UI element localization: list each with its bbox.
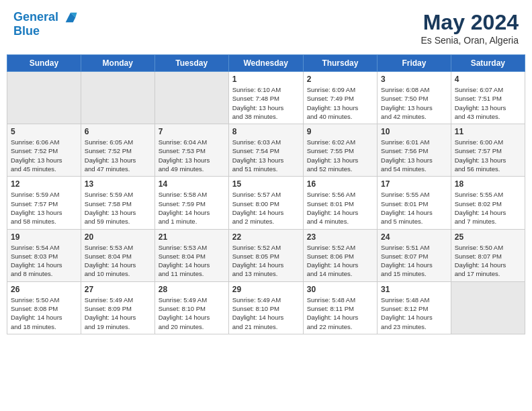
day-info: Sunrise: 5:52 AMSunset: 8:05 PMDaylight:… <box>232 243 300 279</box>
day-number: 29 <box>232 285 300 294</box>
page-header: General Blue May 2024 Es Senia, Oran, Al… <box>7 7 525 49</box>
calendar-header-friday: Friday <box>378 55 451 72</box>
day-info: Sunrise: 5:57 AMSunset: 8:00 PMDaylight:… <box>232 190 300 226</box>
calendar-header-saturday: Saturday <box>451 55 525 72</box>
calendar-cell <box>451 281 525 334</box>
calendar-table: SundayMondayTuesdayWednesdayThursdayFrid… <box>7 54 525 334</box>
calendar-cell <box>154 72 228 124</box>
day-info: Sunrise: 6:02 AMSunset: 7:55 PMDaylight:… <box>307 138 373 173</box>
calendar-header-thursday: Thursday <box>303 55 377 72</box>
calendar-cell: 31Sunrise: 5:48 AMSunset: 8:12 PMDayligh… <box>378 281 451 334</box>
title-area: May 2024 Es Senia, Oran, Algeria <box>420 10 519 46</box>
calendar-week-5: 26Sunrise: 5:50 AMSunset: 8:08 PMDayligh… <box>7 281 525 334</box>
day-info: Sunrise: 5:48 AMSunset: 8:11 PMDaylight:… <box>307 295 373 331</box>
day-info: Sunrise: 6:00 AMSunset: 7:57 PMDaylight:… <box>455 138 521 173</box>
day-number: 13 <box>85 179 151 189</box>
calendar-cell: 9Sunrise: 6:02 AMSunset: 7:55 PMDaylight… <box>303 124 377 177</box>
day-number: 14 <box>159 179 225 189</box>
calendar-cell: 26Sunrise: 5:50 AMSunset: 8:08 PMDayligh… <box>7 281 81 334</box>
day-number: 20 <box>85 232 151 242</box>
day-info: Sunrise: 6:04 AMSunset: 7:53 PMDaylight:… <box>159 138 225 173</box>
day-info: Sunrise: 6:01 AMSunset: 7:56 PMDaylight:… <box>381 138 447 173</box>
day-info: Sunrise: 5:55 AMSunset: 8:02 PMDaylight:… <box>455 190 521 226</box>
day-number: 1 <box>232 75 300 84</box>
calendar-cell: 12Sunrise: 5:59 AMSunset: 7:57 PMDayligh… <box>7 177 81 229</box>
calendar-cell: 21Sunrise: 5:53 AMSunset: 8:04 PMDayligh… <box>154 229 228 281</box>
calendar-cell: 27Sunrise: 5:49 AMSunset: 8:09 PMDayligh… <box>81 281 154 334</box>
day-info: Sunrise: 5:49 AMSunset: 8:10 PMDaylight:… <box>159 295 225 331</box>
calendar-cell: 29Sunrise: 5:49 AMSunset: 8:10 PMDayligh… <box>228 281 303 334</box>
day-info: Sunrise: 5:50 AMSunset: 8:08 PMDaylight:… <box>11 295 77 331</box>
day-info: Sunrise: 5:55 AMSunset: 8:01 PMDaylight:… <box>381 190 447 226</box>
day-number: 10 <box>381 127 447 136</box>
day-number: 31 <box>381 285 447 294</box>
day-number: 15 <box>232 179 300 189</box>
day-info: Sunrise: 5:53 AMSunset: 8:04 PMDaylight:… <box>85 243 151 279</box>
calendar-week-3: 12Sunrise: 5:59 AMSunset: 7:57 PMDayligh… <box>7 177 525 229</box>
day-info: Sunrise: 5:51 AMSunset: 8:07 PMDaylight:… <box>381 243 447 279</box>
calendar-header-row: SundayMondayTuesdayWednesdayThursdayFrid… <box>7 55 525 72</box>
calendar-week-1: 1Sunrise: 6:10 AMSunset: 7:48 PMDaylight… <box>7 72 525 124</box>
calendar-cell: 25Sunrise: 5:50 AMSunset: 8:07 PMDayligh… <box>451 229 525 281</box>
calendar-cell: 28Sunrise: 5:49 AMSunset: 8:10 PMDayligh… <box>154 281 228 334</box>
logo: General Blue <box>13 10 78 38</box>
calendar-cell: 22Sunrise: 5:52 AMSunset: 8:05 PMDayligh… <box>228 229 303 281</box>
day-number: 2 <box>307 75 373 84</box>
month-title: May 2024 <box>420 10 519 35</box>
calendar-header-sunday: Sunday <box>7 55 81 72</box>
day-number: 27 <box>85 285 151 294</box>
calendar-header-monday: Monday <box>81 55 154 72</box>
day-number: 7 <box>159 127 225 136</box>
calendar-cell: 5Sunrise: 6:06 AMSunset: 7:52 PMDaylight… <box>7 124 81 177</box>
day-number: 25 <box>455 232 521 242</box>
calendar-cell: 1Sunrise: 6:10 AMSunset: 7:48 PMDaylight… <box>228 72 303 124</box>
day-info: Sunrise: 5:59 AMSunset: 7:58 PMDaylight:… <box>85 190 151 226</box>
calendar-cell: 18Sunrise: 5:55 AMSunset: 8:02 PMDayligh… <box>451 177 525 229</box>
calendar-week-4: 19Sunrise: 5:54 AMSunset: 8:03 PMDayligh… <box>7 229 525 281</box>
day-info: Sunrise: 5:50 AMSunset: 8:07 PMDaylight:… <box>455 243 521 279</box>
day-info: Sunrise: 5:48 AMSunset: 8:12 PMDaylight:… <box>381 295 447 331</box>
day-info: Sunrise: 6:09 AMSunset: 7:49 PMDaylight:… <box>307 85 373 121</box>
day-info: Sunrise: 6:10 AMSunset: 7:48 PMDaylight:… <box>232 85 300 121</box>
calendar-cell: 13Sunrise: 5:59 AMSunset: 7:58 PMDayligh… <box>81 177 154 229</box>
day-info: Sunrise: 6:07 AMSunset: 7:51 PMDaylight:… <box>455 85 521 121</box>
day-info: Sunrise: 6:05 AMSunset: 7:52 PMDaylight:… <box>85 138 151 173</box>
day-number: 17 <box>381 179 447 189</box>
calendar-header-tuesday: Tuesday <box>154 55 228 72</box>
day-info: Sunrise: 6:03 AMSunset: 7:54 PMDaylight:… <box>232 138 300 173</box>
calendar-cell: 23Sunrise: 5:52 AMSunset: 8:06 PMDayligh… <box>303 229 377 281</box>
day-number: 16 <box>307 179 373 189</box>
day-number: 30 <box>307 285 373 294</box>
calendar-cell: 15Sunrise: 5:57 AMSunset: 8:00 PMDayligh… <box>228 177 303 229</box>
day-number: 18 <box>455 179 521 189</box>
calendar-cell: 3Sunrise: 6:08 AMSunset: 7:50 PMDaylight… <box>378 72 451 124</box>
day-info: Sunrise: 6:06 AMSunset: 7:52 PMDaylight:… <box>11 138 77 173</box>
day-number: 6 <box>85 127 151 136</box>
day-info: Sunrise: 5:58 AMSunset: 7:59 PMDaylight:… <box>159 190 225 226</box>
calendar-cell: 17Sunrise: 5:55 AMSunset: 8:01 PMDayligh… <box>378 177 451 229</box>
day-info: Sunrise: 5:56 AMSunset: 8:01 PMDaylight:… <box>307 190 373 226</box>
calendar-body: 1Sunrise: 6:10 AMSunset: 7:48 PMDaylight… <box>7 72 525 334</box>
day-info: Sunrise: 5:53 AMSunset: 8:04 PMDaylight:… <box>159 243 225 279</box>
calendar-cell <box>7 72 81 124</box>
calendar-cell: 20Sunrise: 5:53 AMSunset: 8:04 PMDayligh… <box>81 229 154 281</box>
day-info: Sunrise: 6:08 AMSunset: 7:50 PMDaylight:… <box>381 85 447 121</box>
calendar-cell: 2Sunrise: 6:09 AMSunset: 7:49 PMDaylight… <box>303 72 377 124</box>
day-number: 23 <box>307 232 373 242</box>
calendar-cell: 7Sunrise: 6:04 AMSunset: 7:53 PMDaylight… <box>154 124 228 177</box>
day-number: 11 <box>455 127 521 136</box>
day-number: 12 <box>11 179 77 189</box>
calendar-cell: 4Sunrise: 6:07 AMSunset: 7:51 PMDaylight… <box>451 72 525 124</box>
day-number: 4 <box>455 75 521 84</box>
day-number: 5 <box>11 127 77 136</box>
calendar-cell: 14Sunrise: 5:58 AMSunset: 7:59 PMDayligh… <box>154 177 228 229</box>
day-number: 22 <box>232 232 300 242</box>
calendar-cell <box>81 72 154 124</box>
day-number: 9 <box>307 127 373 136</box>
logo-text: General Blue <box>13 10 78 38</box>
calendar-cell: 30Sunrise: 5:48 AMSunset: 8:11 PMDayligh… <box>303 281 377 334</box>
day-info: Sunrise: 5:52 AMSunset: 8:06 PMDaylight:… <box>307 243 373 279</box>
day-number: 21 <box>159 232 225 242</box>
day-number: 24 <box>381 232 447 242</box>
day-info: Sunrise: 5:59 AMSunset: 7:57 PMDaylight:… <box>11 190 77 226</box>
